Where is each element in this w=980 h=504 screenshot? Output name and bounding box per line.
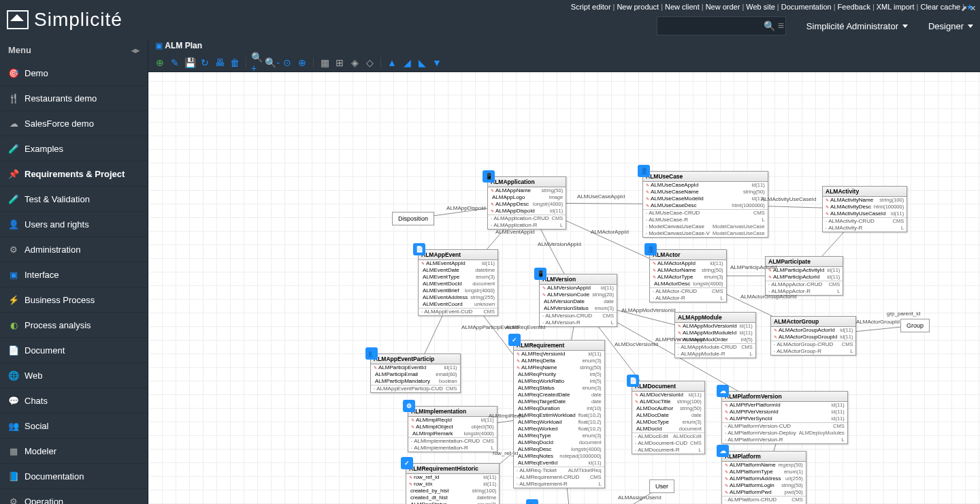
- snap-icon[interactable]: ⊞: [333, 57, 346, 69]
- sidebar-item-document[interactable]: 📄Document: [0, 338, 148, 363]
- sidebar-item-administration[interactable]: ⚙Administration: [0, 237, 148, 262]
- sidebar-item-social[interactable]: 👥Social: [0, 413, 148, 439]
- entity-ALMAppEvent[interactable]: ALMAppEvent📄✎ALMEventAppIdid(11) ALMEven…: [418, 249, 498, 316]
- sidebar-item-salesforce-demo[interactable]: ☁SalesForce demo: [0, 111, 148, 136]
- entity-header[interactable]: ALMRequirementHistoric✓: [406, 464, 499, 474]
- entity-ALMVersion[interactable]: ALMVersion📱✎ALMVersionAppIdid(11)✎ALMVer…: [539, 274, 617, 327]
- delete-icon[interactable]: 🗑: [229, 57, 241, 69]
- zoom-in-icon[interactable]: 🔍+: [251, 57, 263, 69]
- canvas[interactable]: ALMApplication📱✎ALMAppNamestring(50) ALM…: [148, 72, 980, 504]
- entity-header[interactable]: ALMParticipate: [766, 257, 843, 267]
- sidebar-item-business-process[interactable]: ⚡Business Process: [0, 287, 148, 313]
- entity-header[interactable]: ALMRequirement✓: [514, 341, 604, 351]
- sidebar-item-users-and-rights[interactable]: 👤Users and rights: [0, 212, 148, 237]
- entity-header[interactable]: ALMAppEvent📄: [419, 250, 497, 260]
- entity-header[interactable]: ALMVersion📱: [540, 274, 617, 285]
- menu-icon[interactable]: ≡: [778, 20, 784, 32]
- sidebar-item-interface[interactable]: ▣Interface: [0, 262, 148, 287]
- entity-field: ALMReqStatusenum(3): [406, 501, 499, 504]
- entity-ALMApplication[interactable]: ALMApplication📱✎ALMAppNamestring(50) ALM…: [487, 176, 566, 230]
- entity-field: created_by_histstring(100): [406, 488, 499, 494]
- role-dropdown[interactable]: Designer: [928, 21, 973, 31]
- sidebar-item-documentation[interactable]: 📘Documentation: [0, 464, 148, 489]
- top-link-feedback[interactable]: Feedback: [838, 3, 870, 11]
- sidebar-item-operation[interactable]: ⚙Operation: [0, 489, 148, 504]
- sidebar-item-modeler[interactable]: ▦Modeler: [0, 439, 148, 464]
- entity-header[interactable]: ALMActor👤: [650, 250, 726, 260]
- entity-ALMRequirement[interactable]: ALMRequirement✓✎ALMReqVersionIdid(11)✎AL…: [513, 340, 605, 488]
- entity-field: ✎ALMActivityDeschtml(100000): [823, 204, 906, 210]
- layer2-icon[interactable]: ◇: [363, 57, 376, 69]
- sidebar-item-web[interactable]: 🌐Web: [0, 363, 148, 388]
- entity-header[interactable]: ALMAppModule: [675, 313, 755, 323]
- flip-h-icon[interactable]: ▲: [386, 57, 398, 69]
- entity-ALMUseCase[interactable]: ALMUseCase👤✎ALMUseCaseAppIdid(11)✎ALMUse…: [642, 171, 768, 238]
- save-icon[interactable]: 💾: [184, 57, 196, 69]
- entity-ALMImplementation[interactable]: ALMImplementation⚙✎ALMImplReqIdid(11)✎AL…: [408, 406, 497, 452]
- rotate-icon[interactable]: ◣: [416, 57, 428, 69]
- entity-ALMRequirementHistoric[interactable]: ALMRequirementHistoric✓✎row_ref_idid(11)…: [406, 463, 500, 504]
- entity-header[interactable]: ALMPlatformVersion☁: [722, 392, 847, 402]
- sidebar-item-chats[interactable]: 💬Chats: [0, 388, 148, 413]
- mirror-icon[interactable]: ▼: [431, 57, 443, 69]
- entity-header[interactable]: ALMActorGroup: [771, 317, 855, 327]
- menu-icon: 👤: [8, 219, 19, 230]
- sidebar-item-demo[interactable]: 🎯Demo: [0, 61, 148, 86]
- user-dropdown[interactable]: Simplicité Administrator: [806, 21, 908, 31]
- box-group[interactable]: Group: [900, 319, 930, 332]
- entity-ALMParticipate[interactable]: ALMParticipate✎ALMParticipActivityIdid(1…: [765, 256, 843, 296]
- entity-action: ▫ModelCanvasUseCase-VModelCanvasUseCase: [643, 230, 768, 237]
- top-link-web-site[interactable]: Web site: [746, 3, 775, 11]
- entity-ALMActivity[interactable]: ALMActivity✎ALMActivityNamestring(100)✎A…: [822, 186, 907, 232]
- search-icon[interactable]: 🔍: [764, 20, 775, 31]
- top-link-new-order[interactable]: New order: [706, 3, 740, 11]
- entity-header[interactable]: ALMApplication📱: [488, 177, 566, 187]
- entity-header[interactable]: ALMAppEventParticip👥: [371, 354, 460, 364]
- layer-icon[interactable]: ◈: [348, 57, 361, 69]
- sidebar-item-restaurants-demo[interactable]: 🍴Restaurants demo: [0, 86, 148, 111]
- sidebar-item-test-validation[interactable]: 🧪Test & Validation: [0, 187, 148, 212]
- entity-ALMAppEventParticip[interactable]: ALMAppEventParticip👥✎ALMParticipEventIdi…: [370, 353, 461, 393]
- entity-field: ALMReqEstimWorkloadfloat(10,2): [514, 412, 604, 419]
- entity-action: ▫ALMActor-CRUDCMS: [650, 288, 726, 295]
- entity-ALMActor[interactable]: ALMActor👤✎ALMActorAppIdid(11)✎ALMActorNa…: [649, 249, 727, 302]
- sidebar-item-examples[interactable]: 🧪Examples: [0, 136, 148, 161]
- entity-header[interactable]: ALMImplementation⚙: [408, 407, 497, 417]
- top-link-new-product[interactable]: New product: [617, 3, 659, 11]
- zoom-out-icon[interactable]: 🔍-: [266, 57, 278, 69]
- grid-icon[interactable]: ▦: [318, 57, 331, 69]
- print-icon[interactable]: 🖶: [214, 57, 226, 69]
- entity-ALMActorGroup[interactable]: ALMActorGroup✎ALMActorGroupActorIdid(11)…: [770, 316, 856, 356]
- entity-header[interactable]: ALMActivity: [823, 187, 906, 197]
- entity-header[interactable]: ALMDocument📄: [632, 381, 704, 392]
- flip-v-icon[interactable]: ◢: [401, 57, 413, 69]
- search-input[interactable]: [662, 21, 764, 31]
- zoom-fit-icon[interactable]: ⊙: [281, 57, 293, 69]
- top-link-documentation[interactable]: Documentation: [781, 3, 832, 11]
- top-link-new-client[interactable]: New client: [665, 3, 700, 11]
- box-disposition[interactable]: Disposition: [392, 212, 434, 225]
- search-box[interactable]: 🔍 ≡: [657, 16, 786, 35]
- top-link-xml-import[interactable]: XML import: [877, 3, 915, 11]
- top-link-clear-cache[interactable]: Clear cache: [920, 3, 960, 11]
- zoom-100-icon[interactable]: ⊕: [296, 57, 308, 69]
- entity-ALMDocument[interactable]: ALMDocument📄✎ALMDocVersionIdid(11)✎ALMDo…: [632, 381, 705, 454]
- canvas-wrap[interactable]: ALMApplication📱✎ALMAppNamestring(50) ALM…: [148, 72, 980, 504]
- collapse-icon[interactable]: ◂▸: [131, 46, 140, 55]
- entity-ALMPlatform[interactable]: ALMPlatform☁✎ALMPlatformNameregexp(50)✎A…: [721, 451, 806, 504]
- add-icon[interactable]: ⊕: [154, 57, 166, 69]
- top-link-script-editor[interactable]: Script editor: [571, 3, 611, 11]
- entity-ALMAppModule[interactable]: ALMAppModule✎ALMAppModVersionIdid(11)✎AL…: [674, 312, 756, 358]
- entity-header[interactable]: ALMPlatform☁: [722, 452, 806, 462]
- edit-icon[interactable]: ✎: [169, 57, 181, 69]
- box-user[interactable]: User: [649, 479, 674, 493]
- sidebar-item-requirements-project[interactable]: 📌Requirements & Project: [0, 161, 148, 187]
- entity-field: ALMVersionDatedate: [540, 298, 617, 305]
- entity-action: ▫ALMAppModule-RL: [675, 351, 755, 358]
- entity-ALMPlatformVersion[interactable]: ALMPlatformVersion☁✎ALMPtfVerPlatformIdi…: [721, 391, 848, 444]
- sidebar-item-process-analysis[interactable]: ◐Process analysis: [0, 313, 148, 338]
- entity-field: ALMParticipEmailemail(80): [371, 371, 460, 378]
- refresh-icon[interactable]: ↻: [199, 57, 211, 69]
- entity-header[interactable]: ALMUseCase👤: [643, 172, 768, 182]
- entity-field: ✎ALMReqDeltaenum(3): [514, 358, 604, 364]
